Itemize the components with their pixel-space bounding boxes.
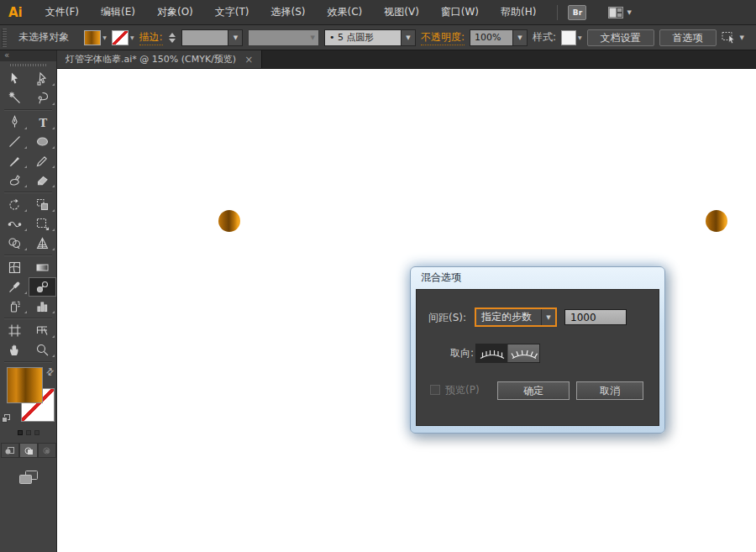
fill-color-control[interactable]: ▼ [84, 30, 107, 45]
opacity-dropdown[interactable]: 100% ▼ [470, 29, 528, 46]
workspace-switcher[interactable]: ▼ [608, 7, 631, 18]
tool-hand[interactable] [1, 340, 29, 360]
menu-object[interactable]: 对象(O) [146, 0, 204, 25]
style-swatch[interactable] [561, 30, 576, 45]
brush-dropdown[interactable]: • 5 点圆形 ▼ [324, 29, 416, 46]
tool-slice[interactable] [29, 321, 56, 340]
tool-line-segment[interactable] [1, 132, 29, 151]
chevron-down-icon[interactable]: ▼ [402, 29, 416, 46]
align-to-page-button[interactable] [476, 344, 508, 362]
stepper-down-icon[interactable] [169, 39, 176, 43]
width-profile-dropdown[interactable]: ▼ [248, 29, 319, 46]
bridge-icon[interactable]: Br [568, 5, 586, 20]
tool-blend[interactable] [29, 277, 56, 297]
chevron-down-icon[interactable]: ▼ [740, 34, 744, 41]
preview-checkbox[interactable] [430, 385, 440, 395]
chevron-down-icon[interactable]: ▼ [228, 29, 243, 46]
tool-pen[interactable] [1, 113, 29, 132]
menu-edit[interactable]: 编辑(E) [90, 0, 146, 25]
tool-grid-group-3 [0, 195, 56, 253]
direct-selection-tool-icon [35, 71, 50, 86]
stroke-weight-stepper[interactable] [168, 33, 177, 43]
menu-view[interactable]: 视图(V) [373, 0, 430, 25]
tool-width[interactable] [1, 214, 29, 234]
tab-close-icon[interactable]: × [244, 55, 253, 65]
menu-type[interactable]: 文字(T) [204, 0, 260, 25]
tool-magic-wand[interactable] [1, 88, 29, 108]
tool-perspective-grid[interactable] [29, 234, 56, 253]
stroke-weight-field[interactable] [181, 29, 228, 46]
draw-inside-button[interactable] [38, 443, 56, 458]
draw-normal-button[interactable] [1, 443, 19, 458]
align-to-path-button[interactable] [508, 344, 539, 362]
document-tab[interactable]: 灯管字体临摹.ai* @ 150% (CMYK/预览) × [57, 50, 262, 68]
toolbar-collapse[interactable]: « [0, 50, 56, 61]
tool-direct-selection[interactable] [29, 69, 56, 88]
column-graph-tool-icon [35, 299, 50, 313]
blend-anchor-circle-left[interactable] [218, 210, 240, 232]
illustrator-window: Ai 文件(F) 编辑(E) 对象(O) 文字(T) 选择(S) 效果(C) 视… [0, 0, 756, 552]
chevron-down-icon: ▼ [627, 9, 631, 16]
stroke-weight-dropdown[interactable]: ▼ [181, 29, 243, 46]
none-button[interactable] [34, 430, 39, 435]
tool-symbol-sprayer[interactable] [1, 297, 29, 316]
chevron-down-icon[interactable]: ▼ [513, 29, 528, 46]
style-dropdown[interactable]: ▼ [561, 30, 582, 45]
tool-mesh[interactable] [1, 258, 29, 277]
tool-pencil[interactable] [29, 151, 56, 171]
stroke-color-control[interactable]: ▼ [112, 30, 134, 45]
ok-button[interactable]: 确定 [497, 381, 570, 400]
tool-eraser[interactable] [29, 171, 56, 190]
tool-paintbrush[interactable] [1, 151, 29, 171]
stroke-panel-link[interactable]: 描边: [139, 30, 163, 45]
drawing-modes [0, 443, 56, 458]
spacing-dropdown[interactable]: 指定的步数 ▼ [475, 308, 557, 327]
steps-input[interactable] [564, 309, 627, 325]
stepper-up-icon[interactable] [169, 33, 176, 37]
tool-type[interactable]: T [29, 113, 56, 132]
gradient-button[interactable] [26, 430, 31, 435]
fill-indicator-gradient[interactable] [7, 367, 43, 403]
select-similar-control[interactable]: ▼ [722, 31, 744, 44]
control-bar-grip[interactable] [2, 29, 7, 47]
tool-zoom[interactable] [29, 340, 56, 360]
cancel-button[interactable]: 取消 [576, 381, 643, 400]
default-fill-stroke-icon[interactable] [2, 414, 11, 423]
tool-gradient[interactable] [29, 258, 56, 277]
swap-fill-stroke-icon[interactable]: ⇄ [44, 365, 57, 379]
tool-column-graph[interactable] [29, 297, 56, 316]
stroke-none-swatch[interactable] [112, 30, 129, 45]
opacity-value[interactable]: 100% [470, 29, 513, 46]
color-button[interactable] [18, 430, 23, 435]
chevron-down-icon[interactable]: ▼ [542, 314, 555, 321]
chevron-down-icon[interactable]: ▼ [102, 34, 107, 40]
tool-ellipse[interactable] [29, 132, 56, 151]
document-setup-button[interactable]: 文档设置 [587, 29, 654, 46]
blend-anchor-circle-right[interactable] [706, 210, 727, 232]
menu-help[interactable]: 帮助(H) [490, 0, 547, 25]
menu-effect[interactable]: 效果(C) [316, 0, 373, 25]
tool-eyedropper[interactable] [1, 277, 29, 297]
chevron-down-icon[interactable]: ▼ [130, 34, 134, 40]
tool-lasso[interactable] [29, 88, 56, 108]
brush-value[interactable]: • 5 点圆形 [324, 29, 402, 46]
tool-shape-builder[interactable] [1, 234, 29, 253]
tool-selection[interactable] [1, 69, 29, 88]
mesh-tool-icon [8, 260, 22, 275]
tool-rotate[interactable] [1, 195, 29, 214]
symbol-sprayer-tool-icon [8, 299, 22, 313]
menu-window[interactable]: 窗口(W) [430, 0, 490, 25]
tool-blob-brush[interactable] [1, 171, 29, 190]
chevron-down-icon[interactable]: ▼ [578, 34, 582, 40]
toolbar-grip[interactable] [0, 61, 56, 69]
preferences-button[interactable]: 首选项 [659, 29, 717, 46]
draw-behind-button[interactable] [19, 443, 38, 458]
tool-artboard[interactable] [1, 321, 29, 340]
menu-select[interactable]: 选择(S) [260, 0, 317, 25]
tool-free-transform[interactable] [29, 214, 56, 234]
opacity-panel-link[interactable]: 不透明度: [421, 30, 465, 45]
tool-scale[interactable] [29, 195, 56, 214]
menu-file[interactable]: 文件(F) [34, 0, 90, 25]
fill-swatch[interactable] [84, 30, 101, 45]
screen-mode-control[interactable] [0, 470, 56, 486]
